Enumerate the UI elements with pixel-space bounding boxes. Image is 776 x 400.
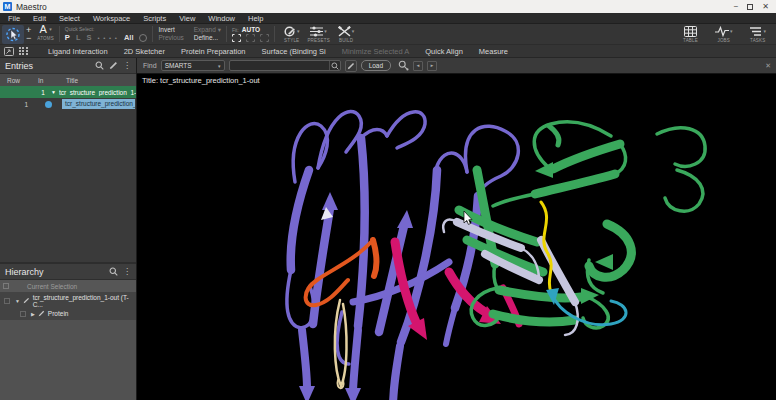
jobs-button[interactable]: ▾ JOBS (715, 26, 733, 43)
left-panel: Entries ⋮ Row In Title 1 ▼ tcr_structure… (0, 58, 137, 400)
workspace-viewport[interactable]: Title: tcr_structure_prediction_1-out (137, 74, 776, 400)
search-icon[interactable] (95, 61, 104, 70)
search-icon[interactable] (109, 267, 118, 276)
fit-auto-button[interactable]: AUTO (242, 26, 260, 33)
pencil-icon (23, 297, 30, 304)
menu-select[interactable]: Select (59, 14, 80, 23)
favorite-protein-preparation[interactable]: Protein Preparation (173, 47, 254, 56)
workspace-entry-title: Title: tcr_structure_prediction_1-out (142, 76, 260, 85)
tasks-button[interactable]: ▾ TASKS (749, 26, 766, 43)
find-toolbar: Find SMARTS ▾ Load (137, 58, 776, 74)
entry-table-button[interactable]: TABLE (683, 26, 698, 43)
menu-file[interactable]: File (8, 14, 20, 23)
search-add-icon[interactable] (398, 60, 409, 71)
column-title[interactable]: Title (62, 77, 136, 84)
checkbox-icon[interactable] (20, 311, 26, 317)
jobs-label: JOBS (717, 38, 730, 43)
presets-button[interactable]: ▾ PRESETS (307, 26, 329, 43)
menu-window[interactable]: Window (208, 14, 235, 23)
column-in[interactable]: In (38, 77, 62, 84)
kebab-menu-icon[interactable]: ⋮ (123, 267, 131, 276)
quick-select-group: Quick Select: P L S • • • • All (65, 26, 148, 42)
expand-collapse-icon[interactable]: ▶ (31, 311, 35, 317)
entry-group-row[interactable]: 1 ▼ tcr_structure_prediction_1-out (1) (0, 86, 136, 98)
close-button[interactable]: ✕ (762, 2, 769, 12)
menu-scripts[interactable]: Scripts (143, 14, 166, 23)
style-icon (284, 26, 296, 37)
maximize-button[interactable] (747, 4, 753, 10)
build-button[interactable]: ▾ BUILD (338, 26, 355, 43)
minus-icon[interactable]: − (26, 34, 31, 42)
fit-all-icon[interactable] (232, 34, 241, 42)
kebab-menu-icon[interactable]: ⋮ (123, 61, 131, 70)
chevron-down-icon: ▾ (297, 28, 300, 34)
menu-workspace[interactable]: Workspace (93, 14, 130, 23)
column-row[interactable]: Row (0, 77, 38, 84)
entries-header: Entries ⋮ (0, 58, 136, 74)
menu-view[interactable]: View (179, 14, 195, 23)
favorite-quick-align[interactable]: Quick Align (417, 47, 471, 56)
invert-selection-button[interactable]: Invert (158, 26, 183, 34)
minimize-button[interactable]: − (734, 2, 739, 12)
find-search-button[interactable] (329, 61, 340, 70)
find-load-button[interactable]: Load (361, 60, 391, 71)
hierarchy-title: Hierarchy (5, 267, 44, 277)
search-icon (331, 62, 339, 70)
expand-collapse-icon[interactable]: ▼ (15, 298, 20, 304)
find-close-icon[interactable]: ✕ (765, 62, 776, 70)
tasks-list-icon (749, 26, 762, 37)
favorite-measure[interactable]: Measure (471, 47, 516, 56)
expand-selection-button[interactable]: Expand (194, 26, 216, 33)
select-tool-button[interactable] (2, 25, 24, 44)
find-query-input[interactable] (230, 61, 329, 70)
style-button[interactable]: ▾ STYLE (284, 26, 300, 43)
menu-bar: File Edit Select Workspace Scripts View … (0, 13, 776, 24)
table-row[interactable]: 1 tcr_structure_prediction_1-out (0, 98, 136, 110)
favorites-toolbar: Ligand Interaction 2D Sketcher Protein P… (0, 45, 776, 58)
entry-title-selected[interactable]: tcr_structure_prediction_1-out (62, 99, 135, 109)
favorite-ligand-interaction[interactable]: Ligand Interaction (40, 47, 116, 56)
apps-grid-icon[interactable] (19, 47, 28, 56)
menu-edit[interactable]: Edit (33, 14, 46, 23)
workspace-panel-icon[interactable] (4, 47, 14, 56)
list-item[interactable]: ▼ tcr_structure_prediction_1-out (T-C... (0, 294, 136, 307)
quick-select-solvent-button[interactable]: S (86, 33, 91, 42)
favorite-2d-sketcher[interactable]: 2D Sketcher (116, 47, 173, 56)
fit-ligand-icon[interactable] (260, 34, 269, 42)
checkbox-icon[interactable] (3, 283, 9, 289)
quick-select-all-button[interactable]: All (124, 33, 134, 42)
hierarchy-empty-area (0, 320, 136, 400)
select-sphere-icon[interactable] (139, 34, 147, 42)
find-scope-select[interactable]: SMARTS ▾ (161, 60, 225, 71)
chevron-down-icon: ▾ (763, 28, 766, 34)
hierarchy-protein-label: Protein (48, 310, 69, 317)
quick-select-ligand-button[interactable]: L (76, 33, 81, 42)
hierarchy-entry-label: tcr_structure_prediction_1-out (T-C... (33, 294, 136, 308)
define-selection-button[interactable]: Define... (194, 34, 221, 42)
quick-select-protein-button[interactable]: P (65, 33, 70, 42)
hierarchy-panel: Hierarchy ⋮ Current Selection ▼ (0, 262, 136, 400)
zoom-stepper[interactable]: + − (26, 26, 31, 42)
find-previous-button[interactable]: ◄ (413, 61, 423, 71)
menu-help[interactable]: Help (248, 14, 263, 23)
pencil-icon[interactable] (109, 61, 118, 70)
fit-group: Fit: AUTO (232, 26, 269, 42)
in-workspace-indicator[interactable] (45, 101, 52, 108)
list-item[interactable]: ▶ Protein (0, 307, 136, 320)
atoms-label: ATOMS (37, 34, 54, 43)
previous-selection-button[interactable]: Previous (158, 34, 183, 42)
protein-ribbon-structure[interactable] (137, 74, 776, 400)
favorite-surface-binding-site[interactable]: Surface (Binding Si (254, 47, 334, 56)
current-selection-label: Current Selection (27, 283, 77, 290)
fit-selection-icon[interactable] (246, 34, 255, 42)
quick-select-more-button[interactable]: • • • • (97, 35, 117, 41)
find-edit-button[interactable] (345, 60, 357, 72)
atoms-tool-button[interactable]: A ▾ ATOMS (37, 25, 54, 43)
group-collapse-icon[interactable]: ▼ (51, 89, 56, 95)
maestro-logo-icon: M (3, 2, 12, 11)
checkbox-icon[interactable] (4, 298, 10, 304)
find-label: Find (143, 62, 157, 69)
find-next-button[interactable]: ► (427, 61, 437, 71)
entry-row-number: 1 (0, 101, 28, 108)
entries-table-header: Row In Title (0, 74, 136, 86)
